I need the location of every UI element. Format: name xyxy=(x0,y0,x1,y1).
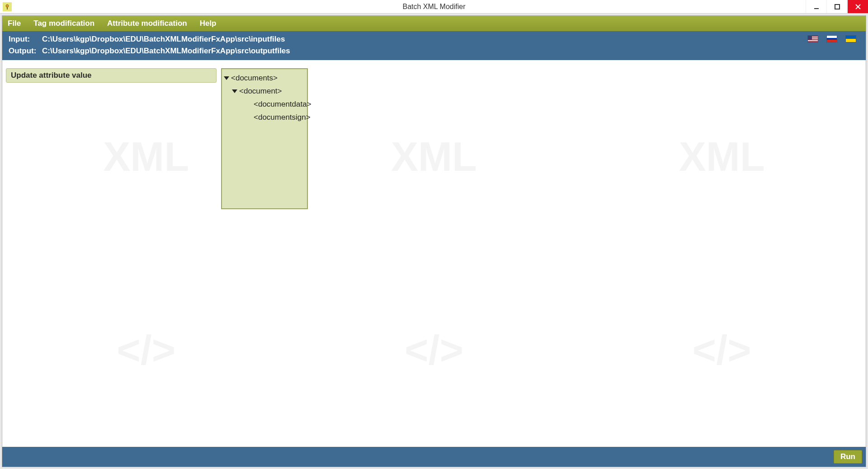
menu-help[interactable]: Help xyxy=(200,19,217,28)
input-path: C:\Users\kgp\Dropbox\EDU\BatchXMLModifie… xyxy=(42,35,285,44)
language-flags xyxy=(808,35,859,42)
footer: Run xyxy=(2,447,866,467)
svg-rect-2 xyxy=(814,8,819,9)
output-label: Output: xyxy=(9,47,41,56)
app-frame: File Tag modification Attribute modifica… xyxy=(2,15,866,467)
close-button[interactable] xyxy=(847,0,868,13)
menu-tag-modification[interactable]: Tag modification xyxy=(33,19,94,28)
window-title: Batch XML Modifier xyxy=(402,3,465,11)
tree-node-label: <documentdata> xyxy=(254,98,311,111)
app-icon xyxy=(3,2,12,11)
minimize-button[interactable] xyxy=(806,0,826,13)
svg-rect-1 xyxy=(7,7,8,9)
tree-node-documentdata[interactable]: <documentdata> xyxy=(224,98,305,111)
svg-rect-3 xyxy=(835,5,840,9)
xml-tree[interactable]: <documents> <document> <documentdata> <d… xyxy=(221,68,308,209)
tree-node-document[interactable]: <document> xyxy=(224,85,305,98)
pathbar: Input: C:\Users\kgp\Dropbox\EDU\BatchXML… xyxy=(2,31,866,60)
window-controls xyxy=(806,0,868,13)
tree-node-documentsign[interactable]: <documentsign> xyxy=(224,111,305,124)
flag-ua-icon[interactable] xyxy=(846,36,856,42)
maximize-button[interactable] xyxy=(826,0,847,13)
tree-node-label: <documentsign> xyxy=(254,111,311,124)
output-path: C:\Users\kgp\Dropbox\EDU\BatchXMLModifie… xyxy=(42,47,290,56)
input-path-row: Input: C:\Users\kgp\Dropbox\EDU\BatchXML… xyxy=(9,35,290,44)
window-titlebar: Batch XML Modifier xyxy=(0,0,868,14)
flag-ru-icon[interactable] xyxy=(827,36,837,42)
menubar: File Tag modification Attribute modifica… xyxy=(2,16,866,31)
run-button[interactable]: Run xyxy=(834,450,862,464)
flag-us-icon[interactable] xyxy=(808,36,818,42)
svg-point-0 xyxy=(6,5,9,7)
tree-node-label: <document> xyxy=(239,85,282,98)
menu-file[interactable]: File xyxy=(8,19,21,28)
menu-attribute-modification[interactable]: Attribute modification xyxy=(107,19,187,28)
tree-node-documents[interactable]: <documents> xyxy=(224,72,305,85)
update-attribute-header[interactable]: Update attribute value xyxy=(6,68,217,83)
chevron-down-icon[interactable] xyxy=(232,89,237,93)
chevron-down-icon[interactable] xyxy=(224,76,229,80)
tree-node-label: <documents> xyxy=(231,72,278,85)
output-path-row: Output: C:\Users\kgp\Dropbox\EDU\BatchXM… xyxy=(9,47,290,56)
main-area: XMLXMLXML </></></> Update attribute val… xyxy=(2,60,866,447)
left-panel: Update attribute value xyxy=(6,68,217,443)
input-label: Input: xyxy=(9,35,41,44)
